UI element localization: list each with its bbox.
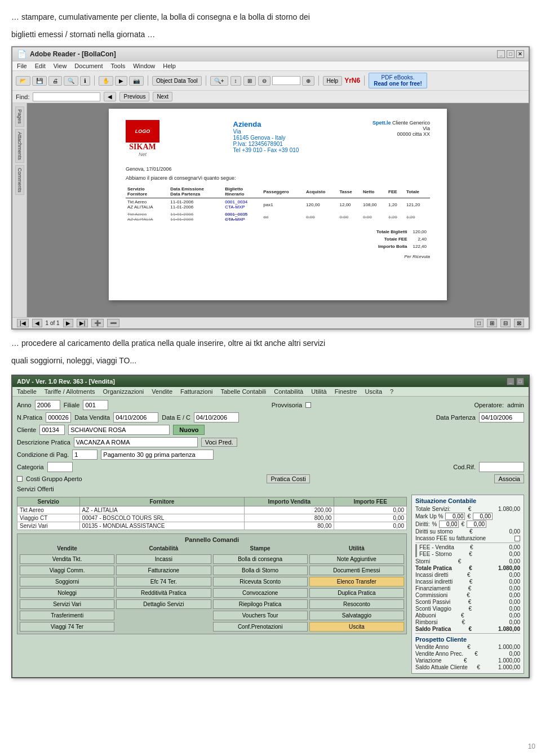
btn-note-agg[interactable]: Note Aggiuntive [309, 554, 404, 564]
menu-view[interactable]: View [54, 63, 67, 69]
cliente-code-input[interactable] [39, 425, 65, 435]
adv-maximize-btn[interactable]: □ [516, 377, 524, 385]
associa-btn[interactable]: Associa [494, 474, 524, 483]
btn-riepilogo[interactable]: Riepilogo Pratica [213, 599, 308, 609]
btn-fatturazione[interactable]: Fatturazione [116, 566, 211, 575]
toolbar-print-btn[interactable]: 🖨 [48, 76, 62, 86]
btn-vendita-tkt[interactable]: Vendita Tkt. [20, 554, 114, 564]
anno-input[interactable] [35, 400, 60, 410]
toolbar-select-btn[interactable]: ▶ [115, 76, 127, 86]
voci-pred-btn[interactable]: Voci Pred. [201, 438, 237, 447]
menu-window[interactable]: Window [133, 63, 155, 69]
descr-input[interactable] [74, 437, 198, 447]
find-input[interactable] [33, 92, 100, 101]
adv-menu-tariffe[interactable]: Tariffe / Allotments [45, 388, 95, 395]
incasso-fee-checkbox[interactable] [515, 536, 520, 541]
btn-vouchers[interactable]: Vouchers Tour [213, 611, 308, 620]
menu-tools[interactable]: Tools [111, 63, 126, 69]
page-next-btn[interactable]: ▶ [63, 319, 73, 327]
adv-menu-cont[interactable]: Contabilità [274, 388, 303, 395]
toolbar-nav-btn[interactable]: ↕ [230, 76, 241, 86]
acrobat-minimize-btn[interactable]: _ [497, 50, 505, 58]
status-btn-3[interactable]: ⊟ [500, 319, 511, 327]
sidebar-tab-comments[interactable]: Comments [15, 165, 24, 195]
cliente-name-input[interactable] [68, 425, 170, 435]
sidebar-tab-pages[interactable]: Pages [15, 106, 24, 127]
btn-duplica[interactable]: Duplica Pratica [309, 588, 404, 598]
adv-menu-help[interactable]: ? [390, 388, 393, 395]
page-first-btn[interactable]: |◀ [17, 319, 29, 327]
btn-salvataggio[interactable]: Salvataggio [309, 611, 404, 620]
filiale-input[interactable] [83, 400, 108, 410]
sub-btn[interactable]: ➖ [107, 319, 119, 327]
toolbar-hand-btn[interactable]: ✋ [99, 76, 113, 86]
add-btn[interactable]: ➕ [91, 319, 104, 327]
btn-efc74ter[interactable]: Efc 74 Ter. [116, 577, 211, 586]
provvisoria-checkbox[interactable] [305, 402, 311, 408]
btn-dettaglio[interactable]: Dettaglio Servizi [116, 599, 211, 609]
find-prev-btn[interactable]: Previous [119, 92, 149, 101]
zoom-out-btn[interactable]: ⊖ [258, 76, 270, 86]
btn-resoconto[interactable]: Resoconto [309, 599, 404, 609]
toolbar-back-btn[interactable]: ◀ [104, 92, 116, 101]
page-last-btn[interactable]: ▶| [77, 319, 88, 327]
toolbar-zoom-in-btn[interactable]: 🔍+ [210, 76, 228, 86]
btn-ricevuta-sconto[interactable]: Ricevuta Sconto [213, 577, 308, 586]
adv-menu-fatt[interactable]: Fatturazioni [180, 388, 212, 395]
toolbar-info-btn[interactable]: ℹ [80, 76, 90, 86]
status-btn-4[interactable]: ⊠ [514, 319, 524, 327]
acrobat-close-btn[interactable]: ✕ [516, 50, 524, 58]
toolbar-save-btn[interactable]: 💾 [32, 76, 47, 86]
btn-uscita[interactable]: Uscita [309, 622, 404, 632]
adv-menu-fin[interactable]: Finestre [335, 388, 357, 395]
toolbar-help-btn[interactable]: Help [323, 76, 343, 86]
adv-minimize-btn[interactable]: _ [507, 377, 515, 385]
btn-viaggi-comm[interactable]: Viaggi Comm. [20, 566, 114, 575]
condpag-code-input[interactable] [72, 450, 97, 460]
menu-document[interactable]: Document [74, 63, 103, 69]
btn-incassi[interactable]: Incassi [116, 554, 211, 564]
data-vendita-input[interactable] [113, 412, 158, 423]
toolbar-open-btn[interactable]: 📂 [16, 76, 30, 86]
costi-gruppo-checkbox[interactable] [17, 476, 23, 482]
condpag-desc-input[interactable] [101, 450, 214, 460]
toolbar-search-btn[interactable]: 🔍 [64, 76, 78, 86]
btn-soggiorni[interactable]: Soggiorni [20, 577, 114, 586]
btn-viaggi-74ter[interactable]: Viaggi 74 Ter [20, 622, 114, 632]
markup-euro-input[interactable] [473, 513, 493, 520]
find-next-btn[interactable]: Next [153, 92, 172, 101]
page-prev-btn[interactable]: ◀ [32, 319, 42, 327]
status-btn-1[interactable]: □ [475, 319, 484, 327]
toolbar-snapshot-btn[interactable]: 📷 [129, 76, 144, 86]
data-ec-input[interactable] [194, 412, 239, 423]
acrobat-maximize-btn[interactable]: □ [507, 50, 515, 58]
adv-menu-util[interactable]: Utilità [311, 388, 327, 395]
btn-trasferimenti[interactable]: Trasferimenti [20, 611, 114, 620]
adv-menu-uscita[interactable]: Uscita [365, 388, 382, 395]
diritti-pct-input[interactable] [439, 521, 459, 528]
adv-menu-org[interactable]: Organizzazioni [103, 388, 144, 395]
nuovo-btn[interactable]: Nuovo [173, 425, 205, 435]
npratica-input[interactable] [46, 412, 71, 423]
menu-file[interactable]: File [17, 63, 27, 69]
btn-noleggi[interactable]: Noleggi [20, 588, 114, 598]
adv-menu-tabelle[interactable]: Tabelle [17, 388, 37, 395]
btn-conf-pren[interactable]: Conf.Prenotazioni [213, 622, 308, 632]
btn-bolla-consegna[interactable]: Bolla di consegna [213, 554, 308, 564]
btn-servizi-vari[interactable]: Servizi Vari [20, 599, 114, 609]
btn-redditivita[interactable]: Redditività Pratica [116, 588, 211, 598]
diritti-euro-input[interactable] [467, 521, 486, 528]
btn-convocazione[interactable]: Convocazione [213, 588, 308, 598]
btn-bolla-storno[interactable]: Bolla di Storno [213, 566, 308, 575]
btn-doc-emessi[interactable]: Documenti Emessi [309, 566, 404, 575]
pratica-costi-btn[interactable]: Pratica Costi [267, 474, 309, 483]
pdf-ebooks-btn[interactable]: PDF eBooks. Read one for free! [369, 73, 427, 88]
adv-menu-vendite[interactable]: Vendite [152, 388, 172, 395]
sidebar-tab-attachments[interactable]: Attachments [15, 129, 24, 163]
toolbar-fit-btn[interactable]: ⊞ [243, 76, 256, 86]
adv-menu-tabcont[interactable]: Tabelle Contabili [220, 388, 266, 395]
zoom-in-btn[interactable]: ⊕ [302, 76, 314, 86]
cod-rif-input[interactable] [479, 462, 524, 472]
menu-help[interactable]: Help [163, 63, 176, 69]
object-data-tool-btn[interactable]: Object Data Tool [152, 76, 202, 86]
